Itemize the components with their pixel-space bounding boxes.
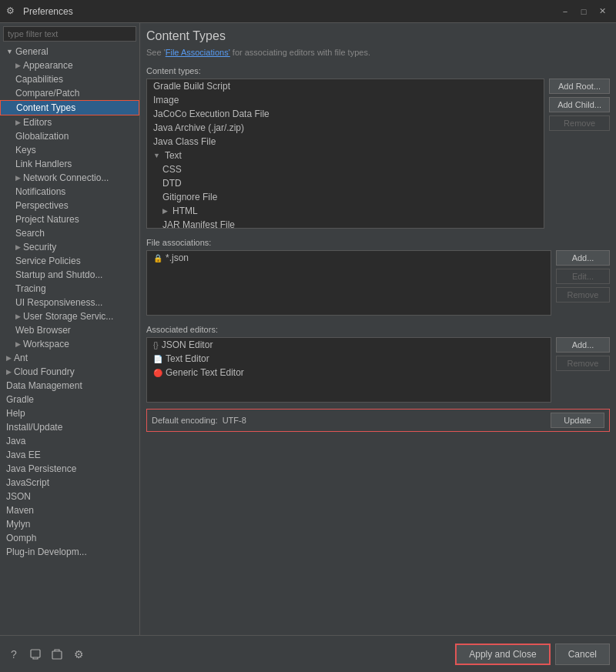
html-expand-arrow: ▶ [162,207,168,215]
file-associations-link[interactable]: File Associations' [166,48,230,57]
export-icon[interactable] [28,647,43,662]
window-title: Preferences [23,6,557,17]
tree-label-editors: Editors [23,117,52,128]
tree-item-security[interactable]: ▶ Security [0,240,139,254]
tree-item-service-policies[interactable]: Service Policies [0,254,139,268]
tree-item-perspectives[interactable]: Perspectives [0,199,139,212]
tree-item-content-types[interactable]: Content Types [0,100,139,115]
tree-item-link-handlers[interactable]: Link Handlers [0,157,139,171]
tree-item-notifications[interactable]: Notifications [0,185,139,199]
assoc-editors-listbox[interactable]: {} JSON Editor 📄 Text Editor 🔴 Generic T… [146,337,551,403]
settings-icon[interactable]: ⚙ [71,647,86,662]
editor-json[interactable]: {} JSON Editor [147,338,551,352]
tree-item-globalization[interactable]: Globalization [0,129,139,143]
content-type-image[interactable]: Image [147,93,544,107]
tree-label-search: Search [15,228,45,239]
content-types-listbox[interactable]: Gradle Build Script Image JaCoCo Executi… [146,79,544,229]
add-root-button[interactable]: Add Root... [549,79,610,94]
tree-item-help[interactable]: Help [0,406,139,420]
tree-item-network-connections[interactable]: ▶ Network Connectio... [0,171,139,185]
tree-item-tracing[interactable]: Tracing [0,282,139,296]
tree-item-ant[interactable]: ▶ Ant [0,351,139,365]
editor-generic-text[interactable]: 🔴 Generic Text Editor [147,366,551,379]
tree-label-plug-in-development: Plug-in Developm... [6,547,87,557]
tree-label-web-browser: Web Browser [15,325,71,336]
tree-item-java-ee[interactable]: Java EE [0,448,139,462]
editor-remove-button[interactable]: Remove [556,356,610,371]
file-assoc-add-button[interactable]: Add... [556,250,610,266]
maximize-button[interactable]: □ [576,4,591,19]
filter-input[interactable] [3,26,136,42]
tree-item-search[interactable]: Search [0,226,139,240]
import-icon[interactable] [49,647,65,662]
content-type-text[interactable]: ▼ Text [147,149,544,162]
tree-item-oomph[interactable]: Oomph [0,531,139,545]
file-assoc-remove-button[interactable]: Remove [556,287,610,303]
subtitle-prefix: See ' [146,48,166,57]
tree-item-gradle[interactable]: Gradle [0,393,139,406]
tree-item-general[interactable]: ▼ General [0,45,139,59]
tree-item-install-update[interactable]: Install/Update [0,420,139,434]
tree-item-javascript[interactable]: JavaScript [0,476,139,490]
content-type-java-class[interactable]: Java Class File [147,135,544,149]
tree-item-editors[interactable]: ▶ Editors [0,115,139,129]
file-assoc-listbox[interactable]: 🔒 *.json [146,250,551,316]
file-assoc-buttons: Add... Edit... Remove [556,250,610,316]
content-type-gitignore[interactable]: Gitignore File [147,190,544,204]
update-button[interactable]: Update [551,413,604,428]
cancel-button[interactable]: Cancel [555,644,610,665]
tree-item-java[interactable]: Java [0,434,139,448]
content-area: ▼ General ▶ Appearance Capabilities Comp… [0,23,616,635]
tree-item-workspace[interactable]: ▶ Workspace [0,337,139,351]
content-type-java-archive[interactable]: Java Archive (.jar/.zip) [147,121,544,135]
tree-item-json[interactable]: JSON [0,490,139,503]
tree-label-general: General [15,46,49,57]
expand-arrow-ant: ▶ [6,354,12,362]
tree-item-user-storage[interactable]: ▶ User Storage Servic... [0,309,139,323]
expand-arrow-cloud-foundry: ▶ [6,368,12,376]
tree-item-keys[interactable]: Keys [0,143,139,157]
tree-item-ui-responsiveness[interactable]: UI Responsiveness... [0,296,139,309]
tree-label-capabilities: Capabilities [15,74,63,85]
tree-item-compare-patch[interactable]: Compare/Patch [0,86,139,100]
tree-item-java-persistence[interactable]: Java Persistence [0,462,139,476]
tree-item-cloud-foundry[interactable]: ▶ Cloud Foundry [0,365,139,379]
content-type-dtd[interactable]: DTD [147,176,544,190]
content-type-jacoco[interactable]: JaCoCo Execution Data File [147,107,544,121]
tree-item-plug-in-development[interactable]: Plug-in Developm... [0,545,139,559]
close-button[interactable]: ✕ [594,4,610,19]
tree-item-capabilities[interactable]: Capabilities [0,72,139,86]
editor-text[interactable]: 📄 Text Editor [147,352,551,366]
file-assoc-json[interactable]: 🔒 *.json [147,251,551,265]
tree-item-web-browser[interactable]: Web Browser [0,323,139,337]
content-type-gradle[interactable]: Gradle Build Script [147,79,544,93]
panel-title: Content Types [146,29,610,43]
apply-close-button[interactable]: Apply and Close [455,644,550,665]
content-type-html[interactable]: ▶ HTML [147,204,544,218]
expand-arrow-workspace: ▶ [15,340,21,348]
subtitle-suffix: for associating editors with file types. [230,48,370,57]
tree-item-mylyn[interactable]: Mylyn [0,517,139,531]
encoding-label: Default encoding: [152,416,218,425]
jacoco-label: JaCoCo Execution Data File [153,109,270,119]
tree-item-project-natures[interactable]: Project Natures [0,212,139,226]
tree-item-startup-shutdown[interactable]: Startup and Shutdo... [0,268,139,282]
help-icon[interactable]: ? [6,647,22,662]
tree-label-ant: Ant [14,353,28,363]
content-type-css[interactable]: CSS [147,162,544,176]
file-assoc-edit-button[interactable]: Edit... [556,269,610,284]
encoding-input[interactable] [223,416,546,425]
content-types-buttons: Add Root... Add Child... Remove [549,79,610,229]
add-child-button[interactable]: Add Child... [549,97,610,112]
tree-item-maven[interactable]: Maven [0,503,139,517]
tree-item-appearance[interactable]: ▶ Appearance [0,59,139,72]
remove-content-type-button[interactable]: Remove [549,115,610,131]
html-label: HTML [172,206,198,216]
tree-label-content-types: Content Types [16,102,75,113]
content-type-jar-manifest[interactable]: JAR Manifest File [147,218,544,229]
minimize-button[interactable]: − [557,4,573,19]
tree-item-data-management[interactable]: Data Management [0,379,139,393]
editor-add-button[interactable]: Add... [556,337,610,353]
text-editor-label: Text Editor [166,353,209,364]
json-editor-label: JSON Editor [162,339,213,350]
